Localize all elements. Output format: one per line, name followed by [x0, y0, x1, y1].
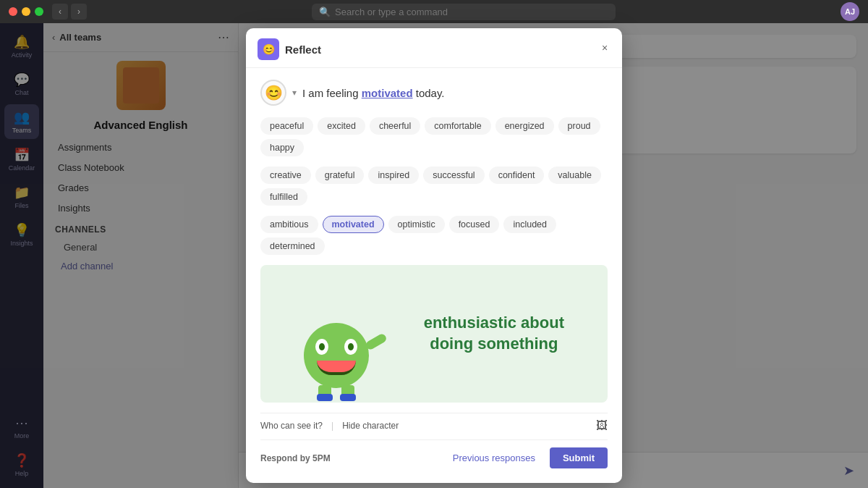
emotion-grid-row2: creative grateful inspired successful co…: [260, 167, 608, 206]
window-controls: [9, 7, 43, 16]
feeling-word: motivated: [362, 87, 413, 99]
reflect-header-icon: 😊: [258, 38, 279, 60]
monster-pupil-left: [319, 343, 325, 350]
reflect-icon: 😊: [263, 43, 275, 55]
monster-shoe-right: [340, 394, 356, 401]
emotion-chip-fulfilled[interactable]: fulfilled: [260, 188, 307, 206]
emotion-chip-cheerful[interactable]: cheerful: [370, 117, 420, 135]
emotion-chip-excited[interactable]: excited: [318, 117, 365, 135]
emotion-chip-focused[interactable]: focused: [449, 216, 500, 233]
footer-divider: |: [331, 421, 333, 431]
modal-footer-top: Who can see it? | Hide character 🖼: [260, 413, 608, 439]
hide-character-link[interactable]: Hide character: [342, 421, 399, 431]
modal-close-button[interactable]: ×: [596, 39, 613, 56]
monster-eye-right: [344, 339, 357, 355]
modal-header: 😊 Reflect ×: [246, 28, 622, 68]
search-area: 🔍: [101, 4, 826, 20]
titlebar: ‹ › 🔍 AJ: [0, 0, 868, 23]
sentence-row: 😊 ▾ I am feeling motivated today.: [260, 80, 608, 106]
monster-arm-right: [365, 332, 388, 350]
emotion-chip-energized[interactable]: energized: [495, 117, 554, 135]
emotion-chip-happy[interactable]: happy: [260, 139, 304, 156]
search-box[interactable]: 🔍: [312, 4, 616, 20]
monster-description: enthusiastic about doing something: [424, 313, 564, 354]
emotion-grid-row3: ambitious motivated optimistic focused i…: [260, 216, 608, 255]
close-dot[interactable]: [9, 7, 17, 16]
monster-pupil-right: [348, 343, 354, 350]
emotion-chip-proud[interactable]: proud: [558, 117, 600, 135]
emotion-chip-ambitious[interactable]: ambitious: [260, 216, 318, 233]
search-icon: 🔍: [319, 7, 331, 17]
monster-shoe-left: [317, 394, 333, 401]
submit-button[interactable]: Submit: [550, 447, 608, 468]
previous-responses-button[interactable]: Previous responses: [444, 448, 544, 468]
monster-body: [304, 323, 369, 388]
nav-arrows: ‹ ›: [52, 4, 87, 20]
emotion-chip-optimistic[interactable]: optimistic: [388, 216, 445, 233]
emotion-chip-valuable[interactable]: valuable: [548, 167, 601, 184]
emotion-chip-inspired[interactable]: inspired: [368, 167, 419, 184]
modal-title: Reflect: [285, 43, 321, 56]
modal-overlay: 😊 Reflect × 😊 ▾ I am feeling motivated t…: [0, 23, 868, 488]
footer-buttons: Previous responses Submit: [444, 447, 608, 468]
media-icon[interactable]: 🖼: [596, 419, 608, 432]
emotion-chip-grateful[interactable]: grateful: [315, 167, 365, 184]
respond-by-text: Respond by 5PM: [260, 453, 331, 463]
emotion-chip-included[interactable]: included: [503, 216, 556, 233]
emotion-chip-comfortable[interactable]: comfortable: [425, 117, 490, 135]
monster-illustration: enthusiastic about doing something: [260, 265, 608, 403]
emotion-chip-determined[interactable]: determined: [260, 237, 325, 255]
monster-leg-left: [318, 385, 331, 401]
modal-footer-bottom: Respond by 5PM Previous responses Submit: [260, 439, 608, 471]
monster-eye-left: [315, 339, 328, 355]
emoji-selector[interactable]: 😊: [260, 80, 286, 106]
minimize-dot[interactable]: [22, 7, 30, 16]
emotion-chip-motivated[interactable]: motivated: [323, 216, 384, 233]
back-arrow[interactable]: ‹: [52, 4, 68, 20]
emotion-grid-row1: peaceful excited cheerful comfortable en…: [260, 117, 608, 156]
avatar[interactable]: AJ: [841, 2, 859, 21]
sentence-text: I am feeling motivated today.: [302, 87, 445, 99]
emotion-chip-creative[interactable]: creative: [260, 167, 311, 184]
forward-arrow[interactable]: ›: [71, 4, 87, 20]
maximize-dot[interactable]: [35, 7, 43, 16]
emotion-chip-confident[interactable]: confident: [489, 167, 545, 184]
dropdown-arrow[interactable]: ▾: [292, 88, 297, 98]
reflect-modal: 😊 Reflect × 😊 ▾ I am feeling motivated t…: [246, 28, 622, 483]
emotion-chip-successful[interactable]: successful: [423, 167, 484, 184]
who-can-see-link[interactable]: Who can see it?: [260, 421, 323, 431]
monster-leg-right: [341, 385, 354, 401]
modal-body: 😊 ▾ I am feeling motivated today. peacef…: [246, 68, 622, 483]
emotion-chip-peaceful[interactable]: peaceful: [260, 117, 313, 135]
monster-character: [304, 323, 369, 388]
monster-mouth: [317, 361, 356, 375]
search-input[interactable]: [335, 7, 588, 17]
